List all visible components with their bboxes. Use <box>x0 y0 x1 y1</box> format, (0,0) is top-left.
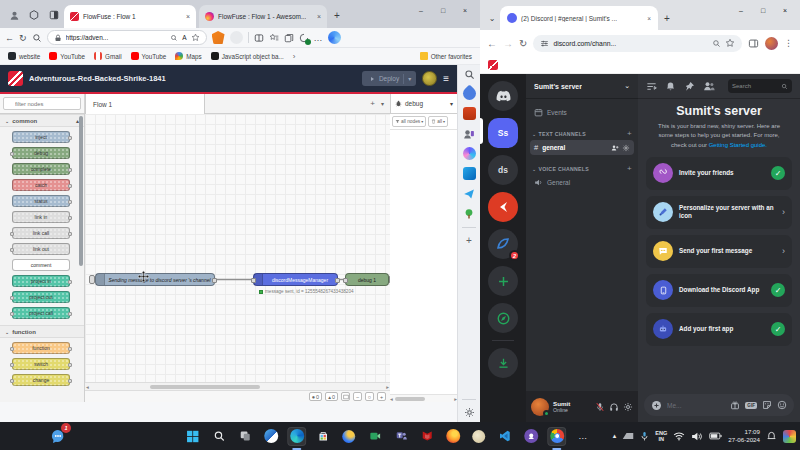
channel-general-text[interactable]: # general <box>530 140 634 155</box>
palette-node-switch[interactable]: switch <box>12 358 70 370</box>
split-screen-icon[interactable] <box>254 33 264 43</box>
palette-node-link-call[interactable]: link call <box>12 227 70 239</box>
shopping-icon[interactable] <box>460 84 478 102</box>
scroll-thumb[interactable] <box>150 385 260 389</box>
bookmark-youtube[interactable]: YouTube <box>49 52 85 60</box>
channel-general-voice[interactable]: General <box>530 175 634 190</box>
palette-node-complete[interactable]: complete <box>12 163 70 175</box>
browser-essentials-icon[interactable] <box>299 33 309 43</box>
add-server-button[interactable] <box>488 266 518 296</box>
maximize-button[interactable]: □ <box>432 0 454 20</box>
palette-node-status[interactable]: status <box>12 195 70 207</box>
card-add-app[interactable]: Add your first app ✓ <box>646 313 792 346</box>
card-first-message[interactable]: Send your first message › <box>646 235 792 268</box>
server-menu-icon[interactable]: ⌄ <box>624 82 630 90</box>
read-aloud-icon[interactable]: A <box>182 34 186 41</box>
close-button[interactable]: × <box>774 0 796 20</box>
flow-node-inject[interactable]: Sending message to discord server 's cha… <box>95 273 215 286</box>
inject-button[interactable] <box>89 275 95 284</box>
new-tab-button[interactable]: + <box>328 6 346 24</box>
close-tab-icon[interactable]: × <box>317 13 321 20</box>
favorites-icon[interactable] <box>269 33 279 43</box>
user-settings-icon[interactable] <box>623 402 633 412</box>
settings-more-button[interactable]: … <box>314 33 323 43</box>
workspaces-icon[interactable] <box>25 6 43 24</box>
flow-canvas[interactable]: Sending message to discord server 's cha… <box>85 114 390 402</box>
user-avatar[interactable] <box>531 398 549 416</box>
edge-tab-flowfuse-2[interactable]: FlowFuse : Flow 1 - Awesom... × <box>199 5 327 28</box>
filter-nodes-input[interactable] <box>3 97 81 110</box>
taskbar-chrome-icon[interactable] <box>547 427 566 446</box>
task-view-icon[interactable] <box>235 427 254 446</box>
debug-clear-button[interactable]: all ▾ <box>428 116 448 127</box>
widgets-icon[interactable] <box>261 427 280 446</box>
bookmark-js-object[interactable]: JavaScript object ba... <box>211 52 284 60</box>
back-button[interactable]: ← <box>487 38 497 49</box>
server-header[interactable]: Sumit's server ⌄ <box>526 74 638 99</box>
flow-list-icon[interactable]: ▾ <box>381 100 384 107</box>
taskbar-edge-icon[interactable] <box>287 427 306 446</box>
chrome-menu-button[interactable]: ⋮ <box>784 38 793 48</box>
bookmark-maps[interactable]: Maps <box>175 52 201 60</box>
other-favorites[interactable]: Other favorites <box>420 52 472 60</box>
search-button[interactable] <box>32 33 42 43</box>
app-icon[interactable] <box>469 427 488 446</box>
discord-home-button[interactable] <box>488 81 518 111</box>
side-panel-icon[interactable] <box>748 38 759 49</box>
gif-picker-icon[interactable]: GIF <box>745 402 757 409</box>
sidebar-settings-icon[interactable] <box>464 407 475 418</box>
tree-icon[interactable] <box>463 207 476 220</box>
refresh-button[interactable]: ↻ <box>519 38 527 49</box>
user-avatar[interactable] <box>422 71 437 86</box>
info-count-chip[interactable]: ●0 <box>309 392 322 401</box>
warn-count-chip[interactable]: ▴0 <box>325 392 338 401</box>
tab-actions-icon[interactable] <box>45 6 63 24</box>
mic-muted-icon[interactable] <box>595 402 605 412</box>
flow-tab[interactable]: Flow 1 <box>85 94 205 114</box>
bookmark-youtube-2[interactable]: YouTube <box>131 52 167 60</box>
input-port[interactable] <box>251 278 256 283</box>
palette-scrollbar[interactable] <box>79 116 83 266</box>
focus-view-button[interactable] <box>341 392 350 401</box>
card-download-app[interactable]: Download the Discord App ✓ <box>646 274 792 307</box>
scroll-left-icon[interactable]: ◂ <box>85 384 90 390</box>
forward-button[interactable]: → <box>503 38 513 49</box>
close-tab-icon[interactable]: × <box>186 13 190 20</box>
voice-channels-section[interactable]: ⌄ VOICE CHANNELS + <box>530 164 634 173</box>
minimize-button[interactable]: – <box>410 0 432 20</box>
deploy-options-icon[interactable]: ▾ <box>408 75 411 82</box>
download-apps-button[interactable] <box>488 348 518 378</box>
taskbar-more-icon[interactable]: … <box>573 427 592 446</box>
bookmark-website[interactable]: website <box>8 52 40 60</box>
sidebar-search-icon[interactable] <box>464 69 475 80</box>
add-flow-button[interactable]: + <box>370 99 375 108</box>
copilot-icon[interactable] <box>328 31 341 44</box>
google-meet-icon[interactable] <box>365 427 384 446</box>
chrome-tab-discord[interactable]: (2) Discord | #general | Sumit's ... × <box>500 6 658 30</box>
maximize-button[interactable]: □ <box>752 0 774 20</box>
taskbar-search-icon[interactable] <box>209 427 228 446</box>
palette-node-change[interactable]: change <box>12 374 70 386</box>
palette-category-common[interactable]: ⌄ common ▴ <box>0 114 84 127</box>
clock[interactable]: 17:09 27-06-2024 <box>728 428 760 444</box>
palette-node-project-out[interactable]: project out <box>12 291 70 303</box>
zoom-out-button[interactable]: − <box>353 392 362 401</box>
palette-node-link-in[interactable]: link in <box>12 211 70 223</box>
palette-node-project-in[interactable]: project in <box>12 275 70 287</box>
vscode-icon[interactable] <box>495 427 514 446</box>
firefox-icon[interactable] <box>443 427 462 446</box>
cast-icon[interactable] <box>622 431 634 441</box>
bookmarks-overflow-icon[interactable]: › <box>293 52 296 61</box>
message-input-bar[interactable]: Me... GIF <box>644 394 794 416</box>
card-invite-friends[interactable]: Invite your friends ✓ <box>646 157 792 190</box>
text-channels-section[interactable]: ⌄ TEXT CHANNELS + <box>530 129 634 138</box>
volume-icon[interactable] <box>691 431 703 442</box>
palette-node-function[interactable]: function <box>12 342 70 354</box>
invite-people-icon[interactable] <box>611 144 619 152</box>
new-tab-button[interactable]: + <box>658 6 676 30</box>
palette-node-link-out[interactable]: link out <box>12 243 70 255</box>
debug-sidebar-tab[interactable]: debug ▾ <box>390 94 457 113</box>
chrome-address-bar[interactable]: discord.com/chann... <box>533 35 742 52</box>
palette-node-inject[interactable]: inject <box>12 131 70 143</box>
attach-plus-icon[interactable] <box>651 400 662 411</box>
